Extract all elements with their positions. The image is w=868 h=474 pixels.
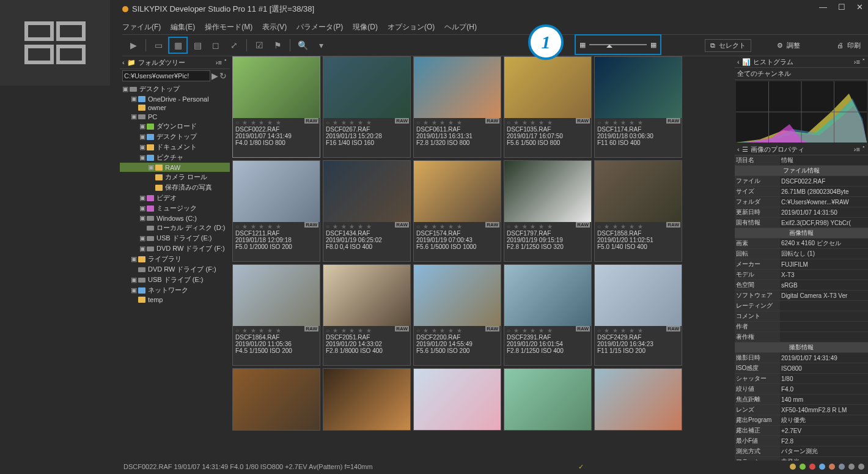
svg-rect-0 xyxy=(26,23,52,39)
adjust-mode-button[interactable]: ⚙調整 xyxy=(772,40,805,51)
thumbnail[interactable]: ○ ★ ★ ★ ★ ★RAWDSCF0611.RAF2019/01/13 16:… xyxy=(413,56,501,158)
thumbnail[interactable]: ○ ★ ★ ★ ★ ★RAWDSCF1797.RAF2019/01/19 09:… xyxy=(504,160,592,262)
panel-menu-icon[interactable]: ›≡ ˟ xyxy=(216,59,227,67)
list-view-icon[interactable]: ▤ xyxy=(189,38,206,53)
thumbnail[interactable]: ○ ★ ★ ★ ★ ★RAWDSCF1858.RAF2019/01/20 11:… xyxy=(594,160,682,262)
menu-item[interactable]: 現像(D) xyxy=(353,22,378,32)
thumbnail[interactable] xyxy=(323,368,411,431)
thumbnail-size-slider[interactable]: ▦ ▦ xyxy=(575,34,661,55)
status-dot[interactable] xyxy=(819,464,825,470)
tree-node[interactable]: ▣ドキュメント xyxy=(120,142,230,152)
search-icon[interactable]: 🔍 xyxy=(294,38,311,53)
tree-node[interactable]: ▣USB ドライブ (E:) xyxy=(120,275,230,285)
back-icon[interactable]: ‹ xyxy=(122,59,125,66)
channel-selector[interactable]: 全てのチャンネル xyxy=(735,68,868,80)
thumbnail[interactable]: ○ ★ ★ ★ ★ ★RAWDSCF1211.RAF2019/01/18 12:… xyxy=(232,160,320,262)
menu-item[interactable]: パラメータ(P) xyxy=(296,22,343,32)
tree-node[interactable]: DVD RW ドライブ (F:) xyxy=(120,264,230,275)
select-mode-button[interactable]: ⧉セレクト xyxy=(705,39,751,52)
tree-node[interactable]: owner xyxy=(120,103,230,112)
callout-1: 1 xyxy=(528,24,564,60)
tree-node[interactable]: ▣ネットワーク xyxy=(120,285,230,295)
thumbnail[interactable]: ○ ★ ★ ★ ★ ★RAWDSCF1574.RAF2019/01/19 07:… xyxy=(413,160,501,262)
menu-item[interactable]: 操作モード(M) xyxy=(205,22,252,32)
menu-item[interactable]: オプション(O) xyxy=(388,22,435,32)
status-dot[interactable] xyxy=(809,464,815,470)
svg-rect-1 xyxy=(58,23,84,39)
status-dot[interactable] xyxy=(858,464,864,470)
single-view-icon[interactable]: ▭ xyxy=(150,38,167,53)
tree-node[interactable]: ▣DVD RW ドライブ (F:) xyxy=(120,243,230,254)
tree-node[interactable]: 保存済みの写真 xyxy=(120,182,230,193)
thumbnail-grid: ○ ★ ★ ★ ★ ★RAWDSCF0022.RAF2019/01/07 14:… xyxy=(232,56,685,459)
thumbnail[interactable]: ○ ★ ★ ★ ★ ★RAWDSCF0022.RAF2019/01/07 14:… xyxy=(232,56,320,158)
tree-node[interactable]: ローカル ディスク (D:) xyxy=(120,223,230,233)
grid-view-icon[interactable]: ▦ xyxy=(168,37,188,54)
right-panel: ‹📊ヒストグラム›≡ ˟ 全てのチャンネル ‹☰画像のプロパティ›≡ ˟ 項目名… xyxy=(735,56,868,459)
menu-item[interactable]: ファイル(F) xyxy=(122,22,161,32)
frame-icon[interactable]: ◻ xyxy=(207,38,224,53)
folder-icon: 📁 xyxy=(127,59,136,67)
tree-node[interactable]: ▣RAW xyxy=(120,163,230,172)
app-logo xyxy=(0,0,110,86)
go-icon[interactable]: ▶ xyxy=(210,69,219,83)
menu-item[interactable]: 編集(E) xyxy=(171,22,195,32)
histogram xyxy=(736,81,867,143)
tree-node[interactable]: ▣ダウンロード xyxy=(120,121,230,131)
fullscreen-icon[interactable]: ⤢ xyxy=(226,38,243,53)
tree-node[interactable]: ▣Windows (C:) xyxy=(120,213,230,223)
tree-node[interactable]: ▣デスクトップ xyxy=(120,131,230,142)
status-dot[interactable] xyxy=(829,464,835,470)
tree-node[interactable]: ▣ビデオ xyxy=(120,193,230,203)
minimize-button[interactable]: — xyxy=(819,2,827,12)
thumbnail[interactable] xyxy=(594,368,682,431)
status-dot[interactable] xyxy=(790,464,796,470)
thumbnail[interactable]: ○ ★ ★ ★ ★ ★RAWDSCF1864.RAF2019/01/20 11:… xyxy=(232,264,320,366)
thumbnail[interactable] xyxy=(504,368,592,431)
menu-item[interactable]: 表示(V) xyxy=(262,22,287,32)
tree-node[interactable]: temp xyxy=(120,295,230,304)
tree-node[interactable]: ▣デスクトップ xyxy=(120,84,230,94)
back-icon[interactable]: ‹ xyxy=(737,58,740,65)
print-button[interactable]: 🖨印刷 xyxy=(832,40,866,51)
histogram-title: ヒストグラム xyxy=(753,57,793,67)
tree-node[interactable]: ▣USB ドライブ (E:) xyxy=(120,233,230,243)
thumbnail[interactable] xyxy=(413,368,501,431)
filter-icon[interactable]: ▾ xyxy=(312,38,329,53)
thumbnail[interactable]: ○ ★ ★ ★ ★ ★RAWDSCF2391.RAF2019/01/20 16:… xyxy=(504,264,592,366)
thumbnail[interactable]: ○ ★ ★ ★ ★ ★RAWDSCF2429.RAF2019/01/20 16:… xyxy=(594,264,682,366)
refresh-icon[interactable]: ↻ xyxy=(219,69,227,83)
folder-tree-panel: ‹📁フォルダツリー›≡ ˟ ▶ ↻ ▣デスクトップ▣OneDrive - Per… xyxy=(120,56,230,459)
check-icon[interactable]: ☑ xyxy=(251,38,268,53)
thumbnail[interactable]: ○ ★ ★ ★ ★ ★RAWDSCF2051.RAF2019/01/20 14:… xyxy=(323,264,411,366)
panel-menu-icon[interactable]: ›≡ ˟ xyxy=(854,146,866,154)
menu-item[interactable]: ヘルプ(H) xyxy=(444,22,477,32)
thumbnail[interactable] xyxy=(232,368,320,431)
thumbnail[interactable]: ○ ★ ★ ★ ★ ★RAWDSCF1174.RAF2019/01/18 03:… xyxy=(594,56,682,158)
tree-node[interactable]: ▣PC xyxy=(120,112,230,121)
panel-menu-icon[interactable]: ›≡ ˟ xyxy=(854,58,866,66)
status-dot[interactable] xyxy=(848,464,855,470)
status-dot[interactable] xyxy=(800,464,806,470)
maximize-button[interactable]: ☐ xyxy=(838,2,845,12)
tree-node[interactable]: ▣ピクチャ xyxy=(120,152,230,163)
export-icon[interactable]: ▶ xyxy=(125,38,142,53)
back-icon[interactable]: ‹ xyxy=(737,146,740,153)
thumbnail[interactable]: ○ ★ ★ ★ ★ ★RAWDSCF0267.RAF2019/01/13 15:… xyxy=(323,56,411,158)
tree-node[interactable]: ▣ミュージック xyxy=(120,203,230,213)
svg-rect-3 xyxy=(58,46,84,62)
window-title: SILKYPIX Developer Studio Pro 11 #1 [選択=… xyxy=(122,4,314,15)
thumbnail[interactable]: ○ ★ ★ ★ ★ ★RAWDSCF1434.RAF2019/01/19 06:… xyxy=(323,160,411,262)
path-input[interactable] xyxy=(122,70,210,81)
app-icon xyxy=(122,6,128,12)
large-grid-icon: ▦ xyxy=(650,41,657,49)
tree-node[interactable]: カメラ ロール xyxy=(120,172,230,182)
tree-node[interactable]: ▣ライブラリ xyxy=(120,254,230,264)
small-grid-icon: ▦ xyxy=(579,41,586,49)
close-button[interactable]: ✕ xyxy=(856,2,863,12)
status-dot[interactable] xyxy=(839,464,845,470)
thumbnail[interactable]: ○ ★ ★ ★ ★ ★RAWDSCF2200.RAF2019/01/20 14:… xyxy=(413,264,501,366)
thumbnail[interactable]: ○ ★ ★ ★ ★ ★RAWDSCF1035.RAF2019/01/17 16:… xyxy=(504,56,592,158)
flag-icon[interactable]: ⚑ xyxy=(269,38,286,53)
tree-node[interactable]: ▣OneDrive - Personal xyxy=(120,94,230,103)
